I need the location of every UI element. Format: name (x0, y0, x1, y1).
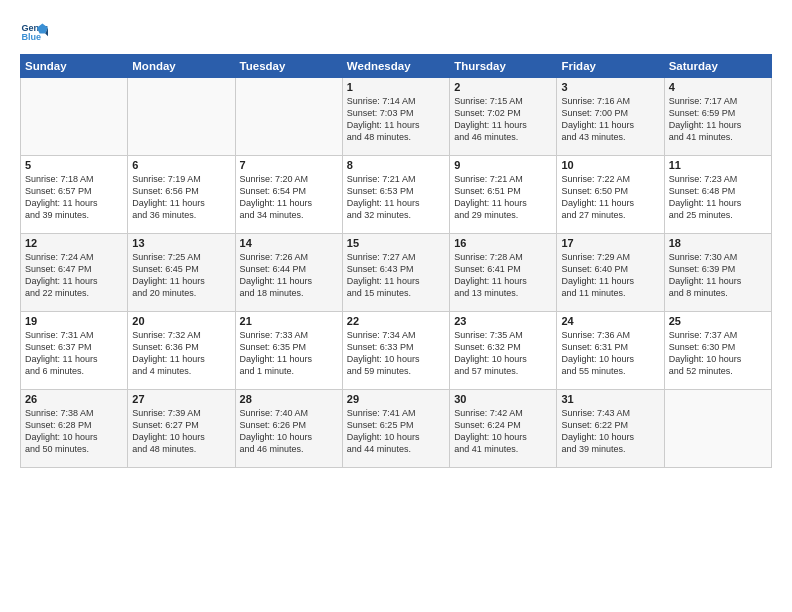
col-header-saturday: Saturday (664, 55, 771, 78)
col-header-thursday: Thursday (450, 55, 557, 78)
cell-content: Sunrise: 7:21 AM Sunset: 6:51 PM Dayligh… (454, 173, 552, 222)
logo-icon: General Blue (20, 18, 48, 46)
week-row-2: 12Sunrise: 7:24 AM Sunset: 6:47 PM Dayli… (21, 234, 772, 312)
calendar-cell (21, 78, 128, 156)
day-number: 24 (561, 315, 659, 327)
cell-content: Sunrise: 7:14 AM Sunset: 7:03 PM Dayligh… (347, 95, 445, 144)
day-number: 17 (561, 237, 659, 249)
calendar-cell: 11Sunrise: 7:23 AM Sunset: 6:48 PM Dayli… (664, 156, 771, 234)
calendar-cell: 25Sunrise: 7:37 AM Sunset: 6:30 PM Dayli… (664, 312, 771, 390)
day-number: 12 (25, 237, 123, 249)
day-number: 25 (669, 315, 767, 327)
week-row-4: 26Sunrise: 7:38 AM Sunset: 6:28 PM Dayli… (21, 390, 772, 468)
day-number: 18 (669, 237, 767, 249)
cell-content: Sunrise: 7:26 AM Sunset: 6:44 PM Dayligh… (240, 251, 338, 300)
cell-content: Sunrise: 7:20 AM Sunset: 6:54 PM Dayligh… (240, 173, 338, 222)
cell-content: Sunrise: 7:33 AM Sunset: 6:35 PM Dayligh… (240, 329, 338, 378)
day-number: 15 (347, 237, 445, 249)
cell-content: Sunrise: 7:25 AM Sunset: 6:45 PM Dayligh… (132, 251, 230, 300)
calendar-cell: 23Sunrise: 7:35 AM Sunset: 6:32 PM Dayli… (450, 312, 557, 390)
cell-content: Sunrise: 7:37 AM Sunset: 6:30 PM Dayligh… (669, 329, 767, 378)
cell-content: Sunrise: 7:28 AM Sunset: 6:41 PM Dayligh… (454, 251, 552, 300)
calendar-cell: 3Sunrise: 7:16 AM Sunset: 7:00 PM Daylig… (557, 78, 664, 156)
week-row-1: 5Sunrise: 7:18 AM Sunset: 6:57 PM Daylig… (21, 156, 772, 234)
calendar-cell: 17Sunrise: 7:29 AM Sunset: 6:40 PM Dayli… (557, 234, 664, 312)
day-number: 28 (240, 393, 338, 405)
day-number: 10 (561, 159, 659, 171)
cell-content: Sunrise: 7:16 AM Sunset: 7:00 PM Dayligh… (561, 95, 659, 144)
calendar-cell: 26Sunrise: 7:38 AM Sunset: 6:28 PM Dayli… (21, 390, 128, 468)
calendar-cell: 7Sunrise: 7:20 AM Sunset: 6:54 PM Daylig… (235, 156, 342, 234)
day-number: 19 (25, 315, 123, 327)
cell-content: Sunrise: 7:32 AM Sunset: 6:36 PM Dayligh… (132, 329, 230, 378)
col-header-sunday: Sunday (21, 55, 128, 78)
calendar-cell: 6Sunrise: 7:19 AM Sunset: 6:56 PM Daylig… (128, 156, 235, 234)
calendar-table: SundayMondayTuesdayWednesdayThursdayFrid… (20, 54, 772, 468)
week-row-3: 19Sunrise: 7:31 AM Sunset: 6:37 PM Dayli… (21, 312, 772, 390)
cell-content: Sunrise: 7:31 AM Sunset: 6:37 PM Dayligh… (25, 329, 123, 378)
day-number: 16 (454, 237, 552, 249)
calendar-cell: 27Sunrise: 7:39 AM Sunset: 6:27 PM Dayli… (128, 390, 235, 468)
day-number: 23 (454, 315, 552, 327)
calendar-cell: 30Sunrise: 7:42 AM Sunset: 6:24 PM Dayli… (450, 390, 557, 468)
day-number: 1 (347, 81, 445, 93)
cell-content: Sunrise: 7:24 AM Sunset: 6:47 PM Dayligh… (25, 251, 123, 300)
day-number: 7 (240, 159, 338, 171)
cell-content: Sunrise: 7:35 AM Sunset: 6:32 PM Dayligh… (454, 329, 552, 378)
day-number: 30 (454, 393, 552, 405)
cell-content: Sunrise: 7:21 AM Sunset: 6:53 PM Dayligh… (347, 173, 445, 222)
calendar-cell: 13Sunrise: 7:25 AM Sunset: 6:45 PM Dayli… (128, 234, 235, 312)
cell-content: Sunrise: 7:17 AM Sunset: 6:59 PM Dayligh… (669, 95, 767, 144)
week-row-0: 1Sunrise: 7:14 AM Sunset: 7:03 PM Daylig… (21, 78, 772, 156)
day-number: 26 (25, 393, 123, 405)
day-number: 21 (240, 315, 338, 327)
page: General Blue SundayMondayTuesdayWednesda… (0, 0, 792, 612)
cell-content: Sunrise: 7:41 AM Sunset: 6:25 PM Dayligh… (347, 407, 445, 456)
cell-content: Sunrise: 7:15 AM Sunset: 7:02 PM Dayligh… (454, 95, 552, 144)
calendar-cell: 9Sunrise: 7:21 AM Sunset: 6:51 PM Daylig… (450, 156, 557, 234)
calendar-cell: 19Sunrise: 7:31 AM Sunset: 6:37 PM Dayli… (21, 312, 128, 390)
calendar-cell: 14Sunrise: 7:26 AM Sunset: 6:44 PM Dayli… (235, 234, 342, 312)
cell-content: Sunrise: 7:18 AM Sunset: 6:57 PM Dayligh… (25, 173, 123, 222)
day-number: 11 (669, 159, 767, 171)
day-number: 31 (561, 393, 659, 405)
day-number: 6 (132, 159, 230, 171)
calendar-cell: 15Sunrise: 7:27 AM Sunset: 6:43 PM Dayli… (342, 234, 449, 312)
calendar-cell: 21Sunrise: 7:33 AM Sunset: 6:35 PM Dayli… (235, 312, 342, 390)
col-header-wednesday: Wednesday (342, 55, 449, 78)
calendar-cell: 10Sunrise: 7:22 AM Sunset: 6:50 PM Dayli… (557, 156, 664, 234)
cell-content: Sunrise: 7:19 AM Sunset: 6:56 PM Dayligh… (132, 173, 230, 222)
cell-content: Sunrise: 7:38 AM Sunset: 6:28 PM Dayligh… (25, 407, 123, 456)
header: General Blue (20, 18, 772, 46)
calendar-cell: 2Sunrise: 7:15 AM Sunset: 7:02 PM Daylig… (450, 78, 557, 156)
calendar-cell: 22Sunrise: 7:34 AM Sunset: 6:33 PM Dayli… (342, 312, 449, 390)
logo: General Blue (20, 18, 48, 46)
cell-content: Sunrise: 7:23 AM Sunset: 6:48 PM Dayligh… (669, 173, 767, 222)
col-header-monday: Monday (128, 55, 235, 78)
calendar-cell: 12Sunrise: 7:24 AM Sunset: 6:47 PM Dayli… (21, 234, 128, 312)
calendar-cell (235, 78, 342, 156)
day-number: 2 (454, 81, 552, 93)
calendar-cell: 20Sunrise: 7:32 AM Sunset: 6:36 PM Dayli… (128, 312, 235, 390)
calendar-cell: 18Sunrise: 7:30 AM Sunset: 6:39 PM Dayli… (664, 234, 771, 312)
col-header-friday: Friday (557, 55, 664, 78)
cell-content: Sunrise: 7:43 AM Sunset: 6:22 PM Dayligh… (561, 407, 659, 456)
day-number: 14 (240, 237, 338, 249)
col-header-tuesday: Tuesday (235, 55, 342, 78)
day-number: 27 (132, 393, 230, 405)
calendar-cell: 5Sunrise: 7:18 AM Sunset: 6:57 PM Daylig… (21, 156, 128, 234)
cell-content: Sunrise: 7:34 AM Sunset: 6:33 PM Dayligh… (347, 329, 445, 378)
day-number: 5 (25, 159, 123, 171)
cell-content: Sunrise: 7:29 AM Sunset: 6:40 PM Dayligh… (561, 251, 659, 300)
cell-content: Sunrise: 7:40 AM Sunset: 6:26 PM Dayligh… (240, 407, 338, 456)
calendar-cell: 29Sunrise: 7:41 AM Sunset: 6:25 PM Dayli… (342, 390, 449, 468)
header-row: SundayMondayTuesdayWednesdayThursdayFrid… (21, 55, 772, 78)
calendar-cell (128, 78, 235, 156)
cell-content: Sunrise: 7:30 AM Sunset: 6:39 PM Dayligh… (669, 251, 767, 300)
calendar-cell: 1Sunrise: 7:14 AM Sunset: 7:03 PM Daylig… (342, 78, 449, 156)
day-number: 29 (347, 393, 445, 405)
day-number: 3 (561, 81, 659, 93)
calendar-cell: 4Sunrise: 7:17 AM Sunset: 6:59 PM Daylig… (664, 78, 771, 156)
day-number: 9 (454, 159, 552, 171)
cell-content: Sunrise: 7:42 AM Sunset: 6:24 PM Dayligh… (454, 407, 552, 456)
